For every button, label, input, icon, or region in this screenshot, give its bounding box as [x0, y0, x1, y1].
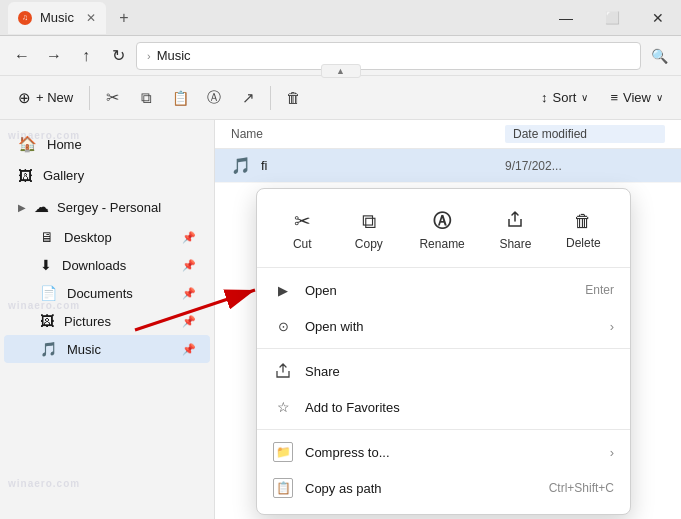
- ctx-rename-icon: Ⓐ: [433, 209, 451, 233]
- sidebar-item-documents[interactable]: 📄 Documents 📌: [4, 279, 210, 307]
- ctx-item-open-with[interactable]: ⊙ Open with ›: [257, 308, 630, 344]
- ctx-open-with-arrow: ›: [610, 319, 614, 334]
- ctx-rename-button[interactable]: Ⓐ Rename: [407, 205, 476, 255]
- sidebar-item-desktop[interactable]: 🖥 Desktop 📌: [4, 223, 210, 251]
- share-menu-icon: [273, 361, 293, 381]
- ctx-cut-button[interactable]: ✂ Cut: [274, 205, 330, 255]
- ctx-delete-label: Delete: [566, 236, 601, 250]
- window-controls: — ⬜ ✕: [543, 0, 681, 36]
- ctx-separator-2: [257, 429, 630, 430]
- new-button[interactable]: ⊕ + New: [8, 84, 83, 112]
- file-type-icon: 🎵: [231, 156, 251, 175]
- favorites-icon: ☆: [273, 397, 293, 417]
- open-with-icon: ⊙: [273, 316, 293, 336]
- sidebar-item-sergey-personal[interactable]: ▶ ☁ Sergey - Personal: [4, 191, 210, 223]
- ctx-compress-arrow: ›: [610, 445, 614, 460]
- ctx-cut-label: Cut: [293, 237, 312, 251]
- close-button[interactable]: ✕: [635, 0, 681, 36]
- ctx-item-open[interactable]: ▶ Open Enter: [257, 272, 630, 308]
- address-chevron: ›: [147, 50, 151, 62]
- sidebar-item-label: Desktop: [64, 230, 172, 245]
- ctx-copy-path-label: Copy as path: [305, 481, 537, 496]
- right-commands: ↕ Sort ∨ ≡ View ∨: [531, 85, 673, 110]
- open-icon: ▶: [273, 280, 293, 300]
- col-name-header[interactable]: Name: [231, 127, 505, 141]
- ctx-share-button[interactable]: Share: [487, 206, 543, 255]
- ctx-item-copy-path[interactable]: 📋 Copy as path Ctrl+Shift+C: [257, 470, 630, 506]
- ctx-item-share[interactable]: Share: [257, 353, 630, 389]
- back-button[interactable]: ←: [8, 42, 36, 70]
- ctx-copy-button[interactable]: ⧉ Copy: [341, 206, 397, 255]
- ctx-open-label: Open: [305, 283, 573, 298]
- copy-button[interactable]: ⧉: [130, 82, 162, 114]
- col-date-header[interactable]: Date modified: [505, 125, 665, 143]
- ctx-delete-icon: 🗑: [574, 211, 592, 232]
- watermark-3: winaero.com: [8, 478, 80, 489]
- ctx-share-label: Share: [499, 237, 531, 251]
- ctx-item-favorites[interactable]: ☆ Add to Favorites: [257, 389, 630, 425]
- documents-icon: 📄: [40, 285, 57, 301]
- pin-icon: 📌: [182, 287, 196, 300]
- ctx-copy-icon: ⧉: [362, 210, 376, 233]
- ctx-item-compress[interactable]: 📁 Compress to... ›: [257, 434, 630, 470]
- view-icon: ≡: [610, 90, 618, 105]
- ctx-delete-button[interactable]: 🗑 Delete: [554, 207, 613, 254]
- sidebar-item-label: Sergey - Personal: [57, 200, 161, 215]
- view-button[interactable]: ≡ View ∨: [600, 85, 673, 110]
- search-button[interactable]: 🔍: [645, 42, 673, 70]
- ctx-cut-icon: ✂: [294, 209, 311, 233]
- sidebar: winaero.com winaero.com winaero.com 🏠 Ho…: [0, 120, 215, 519]
- refresh-button[interactable]: ↻: [104, 42, 132, 70]
- forward-button[interactable]: →: [40, 42, 68, 70]
- delete-button[interactable]: 🗑: [277, 82, 309, 114]
- file-list-header: Name Date modified: [215, 120, 681, 149]
- command-bar: ▲ ⊕ + New ✂ ⧉ 📋 Ⓐ ↗ 🗑 ↕ Sort ∨ ≡ View ∨: [0, 76, 681, 120]
- ctx-share-menu-label: Share: [305, 364, 614, 379]
- sidebar-item-home[interactable]: 🏠 Home: [4, 128, 210, 160]
- context-menu-top-row: ✂ Cut ⧉ Copy Ⓐ Rename Share 🗑 Delete: [257, 197, 630, 268]
- sidebar-item-gallery[interactable]: 🖼 Gallery: [4, 160, 210, 191]
- sidebar-item-label: Gallery: [43, 168, 84, 183]
- cloud-icon: ☁: [34, 198, 49, 216]
- file-row[interactable]: 🎵 fi 9/17/202...: [215, 149, 681, 183]
- music-icon: 🎵: [40, 341, 57, 357]
- sidebar-item-label: Music: [67, 342, 172, 357]
- sidebar-item-pictures[interactable]: 🖼 Pictures 📌: [4, 307, 210, 335]
- pin-icon: 📌: [182, 315, 196, 328]
- share-toolbar-button[interactable]: ↗: [232, 82, 264, 114]
- pictures-icon: 🖼: [40, 313, 54, 329]
- expand-icon: ▶: [18, 202, 26, 213]
- ctx-copy-path-shortcut: Ctrl+Shift+C: [549, 481, 614, 495]
- sort-arrow-icon: ∨: [581, 92, 588, 103]
- context-menu: ✂ Cut ⧉ Copy Ⓐ Rename Share 🗑 Delete: [256, 188, 631, 515]
- paste-button[interactable]: 📋: [164, 82, 196, 114]
- ctx-separator-1: [257, 348, 630, 349]
- ctx-favorites-label: Add to Favorites: [305, 400, 614, 415]
- command-separator-1: [89, 86, 90, 110]
- pin-icon: 📌: [182, 231, 196, 244]
- sidebar-item-downloads[interactable]: ⬇ Downloads 📌: [4, 251, 210, 279]
- tab-icon: ♫: [18, 11, 32, 25]
- cut-button[interactable]: ✂: [96, 82, 128, 114]
- ctx-open-with-label: Open with: [305, 319, 598, 334]
- sidebar-item-label: Pictures: [64, 314, 172, 329]
- collapse-arrow[interactable]: ▲: [321, 64, 361, 78]
- tab-title: Music: [40, 10, 74, 25]
- rename-button[interactable]: Ⓐ: [198, 82, 230, 114]
- file-name: fi: [261, 158, 495, 173]
- sidebar-item-music[interactable]: 🎵 Music 📌: [4, 335, 210, 363]
- ctx-share-icon: [506, 210, 524, 233]
- new-tab-button[interactable]: +: [110, 4, 138, 32]
- compress-icon: 📁: [273, 442, 293, 462]
- minimize-button[interactable]: —: [543, 0, 589, 36]
- tab-close-icon[interactable]: ✕: [86, 11, 96, 25]
- ctx-rename-label: Rename: [419, 237, 464, 251]
- sort-button[interactable]: ↕ Sort ∨: [531, 85, 598, 110]
- active-tab[interactable]: ♫ Music ✕: [8, 2, 106, 34]
- gallery-icon: 🖼: [18, 167, 33, 184]
- maximize-button[interactable]: ⬜: [589, 0, 635, 36]
- desktop-icon: 🖥: [40, 229, 54, 245]
- sort-icon: ↕: [541, 90, 548, 105]
- up-button[interactable]: ↑: [72, 42, 100, 70]
- address-bar[interactable]: › Music: [136, 42, 641, 70]
